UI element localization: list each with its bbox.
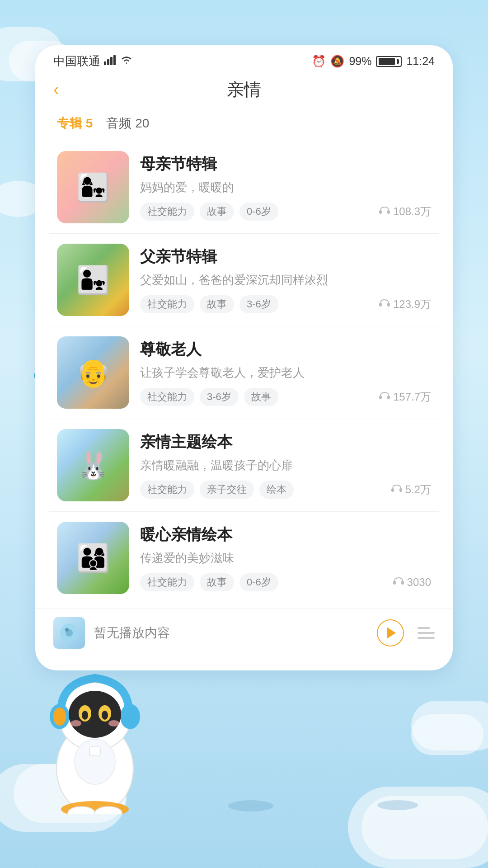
album-desc: 传递爱的美妙滋味	[140, 550, 431, 566]
album-title: 暖心亲情绘本	[140, 524, 431, 545]
album-info: 母亲节特辑 妈妈的爱，暖暖的 社交能力故事0-6岁 108.3万	[140, 151, 431, 221]
tag: 社交能力	[140, 203, 194, 221]
album-tags: 社交能力故事0-6岁	[140, 203, 278, 221]
play-count: 157.7万	[379, 390, 431, 404]
tag: 故事	[200, 295, 234, 313]
play-count: 108.3万	[379, 204, 431, 219]
status-left: 中国联通	[53, 53, 133, 69]
phone-card: 中国联通 ⏰ 🔕 99%	[35, 45, 453, 670]
play-count-value: 108.3万	[393, 204, 431, 219]
album-thumbnail: 👩‍👧	[57, 151, 129, 223]
oval-shadow-2	[228, 800, 273, 811]
play-button[interactable]	[377, 619, 404, 646]
alarm-icon: ⏰	[312, 55, 326, 68]
album-item[interactable]: 👴 尊敬老人 让孩子学会尊敬老人，爱护老人 社交能力3-6岁故事	[49, 326, 439, 419]
svg-point-6	[124, 708, 136, 726]
player-thumbnail	[53, 617, 85, 649]
tag: 绘本	[259, 481, 294, 499]
album-thumbnail: 👨‍👩‍👦	[57, 522, 129, 594]
svg-rect-27	[387, 396, 390, 399]
audio-label: 音频	[106, 116, 131, 130]
thumb-emoji: 👨‍👩‍👦	[57, 522, 129, 594]
thumb-emoji: 👴	[57, 336, 129, 409]
signal-text	[104, 54, 117, 68]
svg-point-34	[65, 628, 69, 632]
thumb-emoji: 👩‍👧	[57, 151, 129, 223]
playlist-button[interactable]	[418, 627, 435, 639]
carrier-text: 中国联通	[53, 53, 100, 69]
thumb-emoji: 👨‍👧	[57, 244, 129, 316]
list-line-2	[418, 632, 435, 634]
tag: 亲子交往	[200, 481, 254, 499]
album-item[interactable]: 👨‍👩‍👦 暖心亲情绘本 传递爱的美妙滋味 社交能力故事0-6岁	[49, 512, 439, 604]
tag: 社交能力	[140, 573, 194, 591]
play-count: 3030	[393, 576, 431, 589]
time-text: 11:24	[406, 55, 435, 68]
tag: 故事	[244, 388, 278, 406]
svg-rect-15	[89, 747, 100, 756]
svg-point-11	[102, 711, 108, 720]
audio-value: 20	[135, 116, 149, 130]
svg-point-14	[75, 739, 115, 784]
header: ‹ 亲情	[35, 74, 453, 110]
tag: 故事	[200, 573, 234, 591]
tag: 3-6岁	[239, 295, 278, 313]
album-tags: 社交能力故事3-6岁	[140, 295, 278, 313]
svg-point-4	[53, 708, 66, 726]
headphone-icon	[379, 391, 390, 403]
album-title: 尊敬老人	[140, 339, 431, 360]
album-info: 亲情主题绘本 亲情暖融融，温暖孩子的心扉 社交能力亲子交往绘本 5.2万	[140, 429, 431, 499]
album-list: 👩‍👧 母亲节特辑 妈妈的爱，暖暖的 社交能力故事0-6岁	[35, 141, 453, 604]
svg-rect-26	[379, 396, 382, 399]
album-info: 暖心亲情绘本 传递爱的美妙滋味 社交能力故事0-6岁 3030	[140, 522, 431, 591]
list-line-1	[418, 627, 430, 629]
svg-rect-29	[399, 488, 402, 492]
album-item[interactable]: 👨‍👧 父亲节特辑 父爱如山，爸爸的爱深沉却同样浓烈 社交能力故事3-6岁	[49, 234, 439, 326]
play-count-value: 123.9万	[393, 297, 431, 311]
album-item[interactable]: 🐰 亲情主题绘本 亲情暖融融，温暖孩子的心扉 社交能力亲子交往绘本	[49, 419, 439, 512]
svg-point-10	[82, 711, 88, 720]
svg-rect-31	[401, 581, 404, 585]
play-triangle-icon	[387, 627, 396, 639]
album-tags-row: 社交能力3-6岁故事 157.7万	[140, 388, 431, 406]
status-right: ⏰ 🔕 99% 11:24	[312, 55, 435, 68]
svg-rect-20	[110, 57, 113, 65]
svg-rect-19	[107, 59, 109, 65]
play-count-value: 3030	[407, 576, 431, 589]
svg-point-12	[70, 720, 81, 726]
bg-cloud-5	[411, 714, 483, 755]
album-tags: 社交能力故事0-6岁	[140, 573, 278, 591]
play-count: 5.2万	[391, 482, 431, 497]
player-bar: 暂无播放内容	[35, 609, 453, 657]
album-title: 母亲节特辑	[140, 154, 431, 175]
album-title: 父亲节特辑	[140, 246, 431, 267]
svg-rect-18	[104, 61, 106, 65]
album-info: 尊敬老人 让孩子学会尊敬老人，爱护老人 社交能力3-6岁故事 157.7万	[140, 336, 431, 406]
svg-rect-22	[379, 210, 382, 214]
audio-stat: 音频 20	[106, 115, 149, 132]
tag: 故事	[200, 203, 234, 221]
tag: 0-6岁	[239, 203, 278, 221]
back-button[interactable]: ‹	[53, 80, 59, 99]
headphone-icon	[393, 576, 404, 589]
svg-rect-25	[387, 303, 390, 307]
album-item[interactable]: 👩‍👧 母亲节特辑 妈妈的爱，暖暖的 社交能力故事0-6岁	[49, 141, 439, 234]
play-count-value: 157.7万	[393, 390, 431, 404]
album-tags-row: 社交能力亲子交往绘本 5.2万	[140, 481, 431, 499]
album-thumbnail: 👴	[57, 336, 129, 409]
album-value: 5	[86, 116, 93, 130]
tag: 0-6岁	[239, 573, 278, 591]
album-thumbnail: 🐰	[57, 429, 129, 501]
album-tags-row: 社交能力故事3-6岁 123.9万	[140, 295, 431, 313]
album-title: 亲情主题绘本	[140, 432, 431, 453]
album-tags: 社交能力3-6岁故事	[140, 388, 278, 406]
page-title: 亲情	[227, 78, 261, 101]
album-desc: 妈妈的爱，暖暖的	[140, 179, 431, 195]
headphone-icon	[379, 205, 390, 218]
headphone-icon	[379, 298, 390, 311]
svg-rect-24	[379, 303, 382, 307]
play-count: 123.9万	[379, 297, 431, 311]
album-tags-row: 社交能力故事0-6岁 3030	[140, 573, 431, 591]
list-line-3	[418, 637, 435, 639]
status-bar: 中国联通 ⏰ 🔕 99%	[35, 45, 453, 74]
